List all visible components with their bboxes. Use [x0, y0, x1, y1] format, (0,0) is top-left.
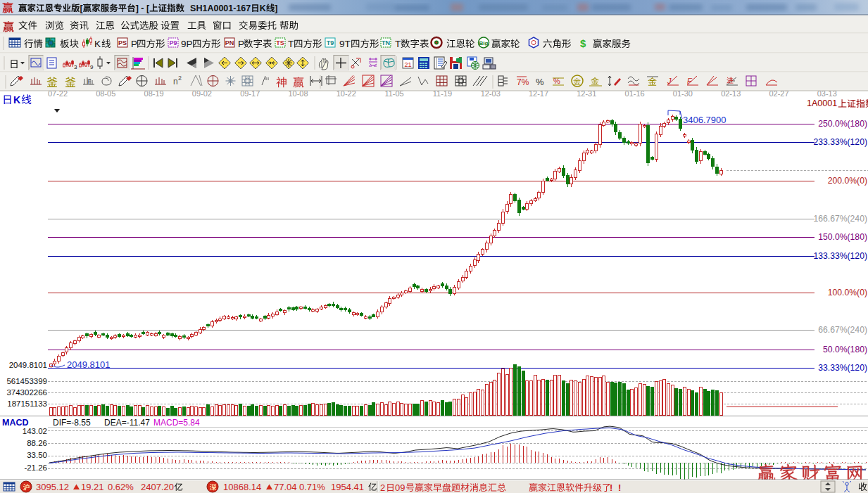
svg-text:1954.41: 1954.41: [331, 482, 364, 492]
svg-text:F: F: [87, 78, 92, 85]
svg-text:%: %: [536, 77, 544, 87]
svg-text:2407.20: 2407.20: [141, 482, 174, 492]
svg-text:PN: PN: [225, 39, 234, 46]
svg-text:250.0%(180): 250.0%(180): [818, 119, 867, 129]
svg-text:0.71%: 0.71%: [299, 482, 325, 492]
svg-text:9P: 9P: [181, 39, 193, 49]
svg-text:10868.14: 10868.14: [223, 482, 261, 492]
svg-text:1A0001: 1A0001: [807, 98, 837, 108]
svg-text:9T: 9T: [339, 39, 351, 49]
svg-text:77.04: 77.04: [274, 482, 297, 492]
svg-text:09: 09: [395, 482, 405, 493]
svg-text:-21.26: -21.26: [24, 463, 47, 472]
svg-text:150.0%(180): 150.0%(180): [818, 232, 867, 242]
svg-text:374302266: 374302266: [6, 388, 47, 397]
svg-text:SH1A0001-167: SH1A0001-167: [190, 4, 251, 13]
svg-text:K: K: [94, 39, 101, 49]
svg-text:T: T: [288, 39, 294, 49]
svg-text:n: n: [173, 77, 178, 87]
svg-text:$: $: [580, 37, 586, 49]
svg-text:TN: TN: [382, 39, 390, 46]
svg-text:P: P: [238, 39, 244, 49]
svg-text:2: 2: [380, 482, 385, 493]
svg-text:MACD: MACD: [2, 418, 29, 428]
svg-text:K: K: [260, 4, 266, 13]
svg-text:100.0%(0): 100.0%(0): [828, 288, 867, 297]
svg-text:88.26: 88.26: [27, 439, 47, 447]
svg-text:TS: TS: [276, 39, 284, 46]
svg-text:133.33%(120): 133.33%(120): [813, 251, 867, 261]
svg-text:DEA=-11.47: DEA=-11.47: [104, 418, 150, 428]
svg-text:!: !: [618, 482, 621, 493]
svg-text:!: !: [610, 482, 612, 493]
svg-text:P9: P9: [169, 39, 177, 46]
svg-text:T: T: [395, 39, 401, 49]
svg-text:]: ]: [275, 4, 277, 13]
svg-text:K: K: [13, 94, 20, 105]
svg-text:33.33%(120): 33.33%(120): [818, 363, 867, 373]
svg-text:0.62%: 0.62%: [108, 482, 134, 492]
svg-text:9: 9: [90, 64, 94, 70]
svg-text:33.50: 33.50: [27, 451, 47, 459]
svg-text:233.33%(120): 233.33%(120): [813, 137, 867, 147]
svg-text:2: 2: [178, 75, 182, 82]
svg-text:Big: Big: [479, 40, 489, 46]
svg-text:200.0%(0): 200.0%(0): [828, 176, 867, 186]
svg-text:2049.8101: 2049.8101: [9, 361, 47, 369]
svg-text:187151133: 187151133: [7, 399, 47, 408]
svg-text:50.0%(180): 50.0%(180): [823, 345, 867, 354]
svg-text:2049.8101: 2049.8101: [67, 359, 110, 370]
svg-text:166.67%(240): 166.67%(240): [813, 214, 867, 224]
svg-text:21: 21: [404, 61, 411, 68]
svg-text:143.02: 143.02: [23, 427, 47, 435]
svg-text:DIF=-8.55: DIF=-8.55: [53, 418, 91, 428]
svg-text:3406.7900: 3406.7900: [683, 115, 726, 125]
svg-text:T9: T9: [327, 39, 334, 46]
svg-text:P: P: [131, 39, 137, 49]
svg-text:PS: PS: [118, 39, 127, 46]
svg-text:MACD=5.84: MACD=5.84: [153, 418, 200, 428]
svg-text:3095.12: 3095.12: [36, 482, 69, 492]
svg-text:19.21: 19.21: [81, 482, 104, 492]
svg-text:3: 3: [74, 64, 77, 70]
svg-text:] - [: ] - [: [136, 4, 150, 13]
svg-text:561453399: 561453399: [6, 377, 47, 385]
svg-text:66.67%(240): 66.67%(240): [818, 325, 867, 335]
svg-text:7%: 7%: [517, 77, 529, 87]
